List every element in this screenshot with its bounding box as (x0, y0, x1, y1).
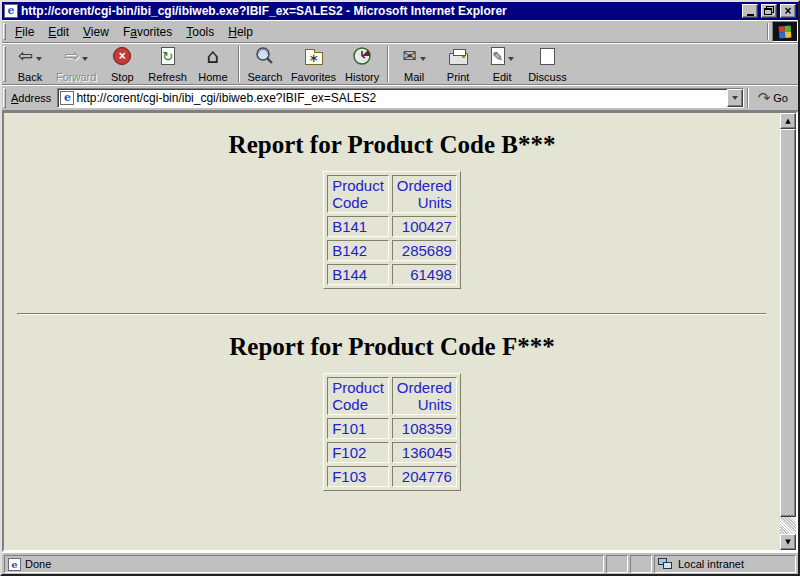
menu-file[interactable]: File (8, 23, 41, 41)
address-dropdown-caret (732, 96, 738, 100)
scroll-down-button[interactable]: ▼ (780, 534, 796, 550)
close-icon: × (784, 6, 791, 16)
minimize-button[interactable] (742, 4, 758, 18)
product-code-cell: B141 (327, 216, 389, 237)
favorites-button[interactable]: ∗ Favorites (287, 44, 340, 84)
security-zone-pane: Local intranet (654, 555, 796, 573)
menu-grip-handle[interactable] (3, 23, 6, 40)
restore-button[interactable] (761, 4, 777, 18)
history-label: History (345, 71, 379, 83)
go-button[interactable]: ↷ Go (752, 89, 794, 107)
stop-icon: × (113, 47, 131, 65)
menu-tools[interactable]: Tools (179, 23, 221, 41)
horizontal-rule (17, 313, 767, 315)
menu-favorites[interactable]: Favorites (116, 23, 179, 41)
forward-button[interactable]: ⇨ Forward (52, 44, 100, 84)
edit-label: Edit (493, 71, 512, 83)
status-pane-empty-2 (630, 555, 652, 573)
forward-label: Forward (56, 71, 96, 83)
local-intranet-icon (658, 558, 674, 571)
refresh-icon: ↻ (161, 47, 175, 65)
home-button[interactable]: ⌂ Home (191, 44, 235, 84)
ordered-units-cell: 204776 (392, 466, 457, 487)
status-pane-empty-1 (606, 555, 628, 573)
menu-edit[interactable]: Edit (41, 23, 76, 41)
favorites-label: Favorites (291, 71, 336, 83)
title-bar: e http://corent/cgi-bin/ibi_cgi/ibiweb.e… (2, 2, 798, 20)
search-icon (255, 46, 275, 66)
report-heading-b: Report for Product Code B*** (4, 131, 780, 159)
table-header-row: Product Code Ordered Units (327, 175, 457, 213)
scroll-down-icon: ▼ (785, 538, 790, 546)
restore-icon (764, 8, 772, 15)
back-button[interactable]: ⇦ Back (8, 44, 52, 84)
toolbar-grip-handle[interactable] (3, 46, 6, 82)
history-icon (352, 46, 372, 66)
address-grip-handle[interactable] (3, 88, 6, 108)
ie-logo-icon: e (4, 4, 18, 18)
column-header-product-code: Product Code (327, 377, 389, 415)
mail-label: Mail (404, 71, 424, 83)
windows-flag-icon (779, 25, 792, 38)
address-separator (747, 88, 749, 108)
column-header-ordered-units: Ordered Units (392, 175, 457, 213)
discuss-icon (540, 48, 555, 65)
table-row: F101 108359 (327, 418, 457, 439)
address-input[interactable] (74, 91, 726, 105)
back-label: Back (18, 71, 42, 83)
window-title: http://corent/cgi-bin/ibi_cgi/ibiweb.exe… (21, 4, 739, 18)
edit-dropdown-caret[interactable] (508, 57, 514, 61)
scroll-up-button[interactable]: ▲ (780, 113, 796, 129)
stop-button[interactable]: × Stop (100, 44, 144, 84)
product-code-cell: B144 (327, 264, 389, 285)
print-button[interactable]: Print (436, 44, 480, 84)
product-code-cell: F103 (327, 466, 389, 487)
table-row: F102 136045 (327, 442, 457, 463)
product-code-cell: B142 (327, 240, 389, 261)
discuss-label: Discuss (528, 71, 567, 83)
go-label: Go (773, 92, 788, 104)
vertical-scrollbar[interactable]: ▲ ▼ (780, 113, 796, 550)
ordered-units-cell: 61498 (392, 264, 457, 285)
column-header-product-code: Product Code (327, 175, 389, 213)
address-label: Address (8, 92, 57, 104)
refresh-label: Refresh (148, 71, 187, 83)
mail-button[interactable]: ✉ Mail (392, 44, 436, 84)
discuss-button[interactable]: Discuss (524, 44, 571, 84)
menu-view[interactable]: View (76, 23, 116, 41)
edit-icon: ✎ (491, 47, 505, 65)
toolbar-separator-2 (387, 46, 389, 82)
address-dropdown-button[interactable] (727, 89, 743, 107)
menu-separator (767, 23, 769, 40)
table-row: B142 285689 (327, 240, 457, 261)
stop-label: Stop (111, 71, 134, 83)
table-row: B144 61498 (327, 264, 457, 285)
forward-dropdown-caret[interactable] (82, 57, 88, 61)
close-button[interactable]: × (780, 4, 796, 18)
back-arrow-icon: ⇦ (18, 46, 33, 66)
edit-button[interactable]: ✎ Edit (480, 44, 524, 84)
search-button[interactable]: Search (243, 44, 287, 84)
back-dropdown-caret[interactable] (36, 57, 42, 61)
address-bar: Address e ↷ Go (2, 85, 798, 111)
ordered-units-cell: 136045 (392, 442, 457, 463)
report-table-b: Product Code Ordered Units B141 100427 B… (323, 171, 461, 289)
refresh-button[interactable]: ↻ Refresh (144, 44, 191, 84)
product-code-cell: F102 (327, 442, 389, 463)
home-label: Home (198, 71, 227, 83)
report-section-b: Report for Product Code B*** Product Cod… (4, 131, 780, 289)
scrollbar-thumb[interactable] (780, 129, 796, 517)
report-table-f: Product Code Ordered Units F101 108359 F… (323, 373, 461, 491)
mail-icon: ✉ (403, 46, 417, 66)
menu-help[interactable]: Help (221, 23, 260, 41)
mail-dropdown-caret[interactable] (420, 57, 426, 61)
toolbar-separator (238, 46, 240, 82)
print-label: Print (447, 71, 470, 83)
history-button[interactable]: History (340, 44, 384, 84)
scroll-up-icon: ▲ (785, 117, 790, 125)
ie-throbber-icon (772, 21, 798, 42)
status-ie-icon: e (8, 558, 21, 571)
security-zone-label: Local intranet (678, 558, 744, 570)
report-section-f: Report for Product Code F*** Product Cod… (4, 333, 780, 491)
address-input-box[interactable]: e (57, 88, 743, 108)
